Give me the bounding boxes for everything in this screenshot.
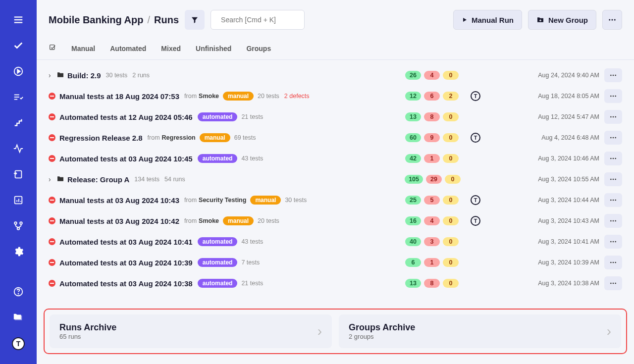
avatar[interactable]: T — [471, 195, 480, 205]
status-minus-icon — [49, 259, 55, 266]
svg-point-24 — [609, 19, 610, 21]
svg-point-59 — [613, 283, 614, 284]
filter-button[interactable] — [185, 10, 205, 30]
status-minus-icon — [49, 197, 55, 204]
tab-automated[interactable]: Automated — [110, 45, 146, 52]
menu-icon[interactable] — [12, 14, 24, 26]
table-row[interactable]: Manual tests at 03 Aug 2024 10:42 fromSm… — [44, 210, 627, 231]
svg-point-41 — [613, 158, 614, 159]
svg-marker-4 — [17, 69, 20, 73]
row-more-button[interactable] — [604, 110, 622, 124]
row-type-pill: automated — [198, 112, 238, 121]
groups-archive-card[interactable]: Groups Archive 2 groups › — [339, 314, 621, 348]
row-tests-count: 21 tests — [241, 113, 263, 120]
folders-icon[interactable] — [12, 312, 24, 323]
chart-icon[interactable] — [12, 194, 24, 206]
skipped-badge: 0 — [443, 196, 459, 205]
avatar[interactable]: T — [471, 216, 480, 226]
logo-icon[interactable]: T — [12, 337, 25, 350]
table-row[interactable]: › Release: Group A 134 tests 54 runs 105… — [44, 169, 627, 190]
skipped-badge: 0 — [443, 154, 459, 163]
svg-point-25 — [612, 19, 613, 21]
passed-badge: 25 — [405, 196, 421, 205]
row-more-button[interactable] — [604, 235, 622, 249]
branch-icon[interactable] — [12, 220, 24, 232]
select-all-icon[interactable] — [49, 44, 56, 53]
row-type-pill: manual — [250, 196, 281, 205]
row-tests-count: 134 tests — [134, 176, 159, 183]
row-type-pill: automated — [198, 279, 238, 288]
check-icon[interactable] — [12, 40, 24, 52]
svg-point-47 — [613, 200, 614, 201]
new-group-button[interactable]: New Group — [528, 10, 596, 30]
row-date: Aug 3, 2024 10:46 AM — [525, 155, 599, 162]
row-runs-count: 54 runs — [164, 176, 185, 183]
runs-archive-card[interactable]: Runs Archive 65 runs › — [50, 314, 332, 348]
import-icon[interactable] — [12, 168, 24, 180]
table-row[interactable]: › Build: 2.9 30 tests 2 runs 26 4 0 Aug … — [44, 65, 627, 86]
row-tests-count: 7 tests — [241, 259, 260, 266]
more-actions-button[interactable] — [602, 10, 622, 30]
table-row[interactable]: Automated tests at 03 Aug 2024 10:45 aut… — [44, 148, 627, 169]
svg-point-13 — [14, 222, 17, 224]
tab-unfinished[interactable]: Unfinished — [196, 45, 231, 52]
search-box[interactable] — [211, 10, 305, 30]
row-more-button[interactable] — [604, 68, 622, 82]
avatar[interactable]: T — [471, 133, 480, 143]
svg-point-31 — [610, 96, 612, 97]
chevron-right-icon[interactable]: › — [49, 71, 56, 79]
steps-icon[interactable] — [12, 117, 24, 129]
row-more-button[interactable] — [604, 256, 622, 269]
avatar[interactable]: T — [471, 91, 480, 101]
table-row[interactable]: Automated tests at 12 Aug 2024 05:46 aut… — [44, 106, 627, 127]
svg-point-15 — [17, 227, 20, 230]
table-row[interactable]: Regression Release 2.8 fromRegression ma… — [44, 127, 627, 148]
tab-groups[interactable]: Groups — [246, 45, 271, 52]
activity-icon[interactable] — [12, 143, 24, 155]
runs-icon[interactable] — [12, 65, 24, 77]
failed-badge: 1 — [424, 154, 440, 163]
table-row[interactable]: Automated tests at 03 Aug 2024 10:39 aut… — [44, 252, 627, 273]
skipped-badge: 0 — [445, 175, 461, 184]
failed-badge: 29 — [426, 175, 442, 184]
svg-marker-18 — [192, 17, 198, 23]
row-defects[interactable]: 2 defects — [284, 93, 310, 100]
row-from-value: Security Testing — [199, 197, 246, 204]
row-more-button[interactable] — [604, 214, 622, 228]
tab-mixed[interactable]: Mixed — [161, 45, 181, 52]
more-horizontal-icon — [608, 15, 617, 24]
row-date: Aug 3, 2024 10:38 AM — [525, 280, 599, 287]
svg-point-56 — [613, 262, 614, 263]
table-row[interactable]: Manual tests at 18 Aug 2024 07:53 fromSm… — [44, 86, 627, 106]
svg-point-42 — [615, 158, 616, 159]
svg-point-28 — [610, 75, 612, 76]
svg-point-48 — [615, 200, 616, 201]
chevron-right-icon: › — [317, 323, 322, 339]
row-more-button[interactable] — [604, 131, 622, 145]
table-row[interactable]: Manual tests at 03 Aug 2024 10:43 fromSe… — [44, 190, 627, 210]
row-more-button[interactable] — [604, 193, 622, 207]
row-more-button[interactable] — [604, 172, 622, 186]
chevron-right-icon[interactable]: › — [49, 175, 56, 183]
table-row[interactable]: Automated tests at 03 Aug 2024 10:41 aut… — [44, 231, 627, 252]
row-more-button[interactable] — [604, 89, 622, 103]
row-from-value: Smoke — [199, 217, 219, 224]
failed-badge: 8 — [424, 279, 440, 288]
row-more-button[interactable] — [604, 152, 622, 165]
row-tests-count: 21 tests — [241, 280, 263, 287]
help-icon[interactable] — [12, 286, 24, 298]
search-input[interactable] — [221, 16, 308, 24]
manual-run-button[interactable]: Manual Run — [453, 10, 522, 30]
row-more-button[interactable] — [604, 276, 622, 290]
list-check-icon[interactable] — [12, 91, 24, 103]
failed-badge: 4 — [424, 216, 440, 225]
table-row[interactable]: Automated tests at 03 Aug 2024 10:38 aut… — [44, 273, 627, 294]
tabs: Manual Automated Mixed Unfinished Groups — [37, 36, 634, 60]
svg-point-53 — [613, 241, 614, 243]
row-tests-count: 30 tests — [285, 197, 307, 204]
gear-icon[interactable] — [12, 246, 24, 258]
status-minus-icon — [49, 217, 55, 224]
svg-point-40 — [610, 158, 612, 159]
tab-manual[interactable]: Manual — [71, 45, 95, 52]
breadcrumb-project[interactable]: Mobile Banking App — [49, 14, 143, 26]
